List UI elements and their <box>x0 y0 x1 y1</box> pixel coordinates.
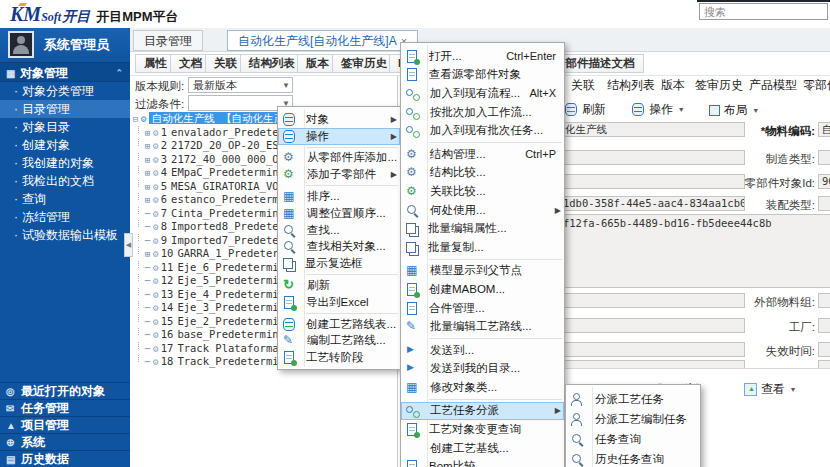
menu-item-add-child-part[interactable]: 添加子零部件▶ <box>278 166 400 183</box>
sidebar-item-freeze-mgmt[interactable]: 冻结管理 <box>0 208 130 226</box>
menu-item-batch-add-workflow[interactable]: 按批次加入工作流... <box>401 103 564 122</box>
menu-item-task-query[interactable]: 任务查询 <box>566 429 700 449</box>
expire-time-field[interactable] <box>818 342 830 357</box>
sidebar-section-task-mgmt[interactable]: ✉任务管理 <box>0 399 130 416</box>
menu-item-modify-object-class[interactable]: 修改对象类... <box>401 378 564 397</box>
expander-icon[interactable]: ⊞ <box>142 181 153 194</box>
grid-icon <box>405 264 420 277</box>
history-icon: ▤ <box>6 451 21 467</box>
expander-icon[interactable]: ⊞ <box>142 154 153 167</box>
sidebar-item-my-checked-out-docs[interactable]: 我检出的文档 <box>0 172 130 190</box>
material-code-field[interactable]: 自 <box>818 122 830 137</box>
sidebar-section-object-mgmt[interactable]: ▦对象管理 ⌃ <box>0 62 130 82</box>
expander-icon[interactable]: ⊞ <box>142 194 153 207</box>
layout-button[interactable]: 布局▾ <box>703 101 764 120</box>
sidebar-section-project-mgmt[interactable]: ▲项目管理 <box>0 416 130 433</box>
right-tab-relations[interactable]: 关联 <box>565 76 601 95</box>
right-tab-structure-list[interactable]: 结构列表 <box>601 76 661 95</box>
menu-item-adjust-order[interactable]: 调整位置顺序... <box>278 205 400 222</box>
expander-icon[interactable]: ⊞ <box>142 167 153 180</box>
menu-item-process-change-query[interactable]: 工艺对象变更查询 <box>401 420 564 439</box>
menu-item-process-task-dispatch[interactable]: 工艺任务分派▶ <box>401 402 564 421</box>
menu-item-open[interactable]: 打开...Ctrl+Enter <box>401 47 564 66</box>
search-input[interactable] <box>699 3 828 20</box>
sidebar-section-recent-objects[interactable]: ◎最近打开的对象 <box>0 382 130 399</box>
menu-item-model-display-parent[interactable]: 模型显示到父节点 <box>401 262 564 281</box>
menu-item-operate[interactable]: 操作▶ <box>278 128 400 145</box>
part-icon: ⚙ <box>153 127 159 138</box>
menu-item-add-to-batch-task[interactable]: 加入到现有批次任务... <box>401 121 564 140</box>
sidebar-item-object-classify[interactable]: 对象分类管理 <box>0 82 130 100</box>
menu-item-create-process-baseline[interactable]: 创建工艺基线... <box>401 439 564 458</box>
menu-item-edit-route[interactable]: 编制工艺路线... <box>278 333 400 350</box>
manufacture-type-field[interactable] <box>818 150 830 165</box>
menu-item-create-route-table[interactable]: 创建工艺路线表... <box>278 316 400 333</box>
menu-item-view-source-part[interactable]: 查看源零部件对象 <box>401 66 564 85</box>
tree-branch: ─ <box>142 235 153 248</box>
menu-item-find-related[interactable]: 查找相关对象... <box>278 239 400 256</box>
operate-button[interactable]: 操作▾ <box>625 100 689 119</box>
menu-item-create-mabom[interactable]: 创建MABOM... <box>401 280 564 299</box>
sidebar-item-catalog-mgmt[interactable]: 目录管理 <box>0 100 130 118</box>
top-bar: KMSoft开目开目MPM平台 <box>0 0 830 28</box>
menu-item-structure-compare[interactable]: 结构比较... <box>401 164 564 183</box>
menu-item-dispatch-process-edit-task[interactable]: 分派工艺编制任务 <box>566 409 700 429</box>
factory-field[interactable] <box>818 318 830 333</box>
menu-item-relation-compare[interactable]: 关联比较... <box>401 182 564 201</box>
menu-item-object[interactable]: 对象▶ <box>278 111 400 128</box>
menu-item-add-from-part-library[interactable]: 从零部件库添加... <box>278 150 400 167</box>
version-rule-select[interactable]: 最新版本▼ <box>188 77 293 93</box>
sidebar-item-my-created-objects[interactable]: 我创建的对象 <box>0 154 130 172</box>
subtab-structure-list[interactable]: 结构列表 <box>240 54 304 73</box>
menu-item-bom-compare[interactable]: Bom比较 <box>401 457 564 467</box>
menu-item-batch-edit-props[interactable]: 批量编辑属性... <box>401 219 564 238</box>
tab-auto-production-line[interactable]: 自动化生产线[自动化生产线]A× <box>227 30 418 51</box>
sidebar-item-test-data-template[interactable]: 试验数据输出模板 <box>0 226 130 244</box>
sidebar-collapse-handle[interactable]: ◀ <box>124 233 133 257</box>
guid-textarea[interactable]: 208f12fa-665b-4489-bd16-fb5deee44c8b <box>540 214 830 288</box>
sidebar-section-system[interactable]: ⊕系统 <box>0 433 130 450</box>
right-tab-product-model[interactable]: 产品模型 <box>743 76 803 95</box>
menu-item-batch-edit-route[interactable]: 批量编辑工艺路线... <box>401 317 564 336</box>
menu-item-merge-manage[interactable]: 合件管理... <box>401 299 564 318</box>
menu-item-show-checkbox[interactable]: 显示复选框 <box>278 255 400 272</box>
sidebar-bottom-sections: ◎最近打开的对象 ✉任务管理 ▲项目管理 ⊕系统 ▤历史数据 <box>0 382 130 467</box>
menu-item-add-to-flow[interactable]: 加入到现有流程...Alt+X <box>401 84 564 103</box>
tree-branch: ─ <box>142 221 153 234</box>
sidebar-item-query[interactable]: 查询 <box>0 190 130 208</box>
subtab-sign-history[interactable]: 签审历史 <box>332 54 396 73</box>
menu-item-process-phase[interactable]: 工艺转阶段 <box>278 349 400 366</box>
menu-item-history-task-query[interactable]: 历史任务查询 <box>566 449 700 467</box>
menu-item-structure-manage[interactable]: 结构管理...Ctrl+P <box>401 145 564 164</box>
tree-branch: ─ <box>142 275 153 288</box>
kmsoft-logo: KMSoft开目开目MPM平台 <box>10 3 178 27</box>
menu-item-batch-copy[interactable]: 批量复制... <box>401 238 564 257</box>
section-label: 项目管理 <box>21 418 69 432</box>
menu-item-refresh[interactable]: 刷新 <box>278 277 400 294</box>
external-material-group-field[interactable] <box>818 293 830 308</box>
expander-icon[interactable]: ⊞ <box>142 127 153 140</box>
sidebar-item-object-catalog[interactable]: 对象目录 <box>0 118 130 136</box>
sidebar-section-history-data[interactable]: ▤历史数据 <box>0 450 130 467</box>
part-icon: ⚙ <box>153 194 159 205</box>
menu-item-send-to-my-catalog[interactable]: 发送到我的目录... <box>401 360 564 379</box>
sidebar-item-create-object[interactable]: 创建对象 <box>0 136 130 154</box>
collapse-expander-icon[interactable]: ⊟ <box>130 113 141 126</box>
right-tab-sign-history[interactable]: 签审历史 <box>689 76 749 95</box>
menu-item-find[interactable]: 查找... <box>278 222 400 239</box>
menu-item-send-to[interactable]: 发送到... <box>401 341 564 360</box>
view-button[interactable]: 查看▾ <box>738 380 801 399</box>
menu-item-sort[interactable]: 排序... <box>278 188 400 205</box>
expander-icon[interactable]: ⊞ <box>142 140 153 153</box>
part-object-id-field[interactable]: 96 <box>818 174 830 189</box>
tab-catalog-mgmt[interactable]: 目录管理 <box>133 30 203 51</box>
refresh-button[interactable]: 刷新 <box>558 100 612 119</box>
menu-item-where-used[interactable]: 何处使用...▶ <box>401 201 564 220</box>
assembly-type-field[interactable] <box>818 196 830 211</box>
part-icon: ⚙ <box>153 181 159 192</box>
expander-icon[interactable]: ⊞ <box>142 248 153 261</box>
right-tab-part-model[interactable]: 零部件模型 <box>797 76 830 95</box>
right-tab-version[interactable]: 版本 <box>655 76 691 95</box>
menu-item-dispatch-process-task[interactable]: 分派工艺任务 <box>566 389 700 409</box>
menu-item-export-excel[interactable]: 导出到Excel <box>278 294 400 311</box>
